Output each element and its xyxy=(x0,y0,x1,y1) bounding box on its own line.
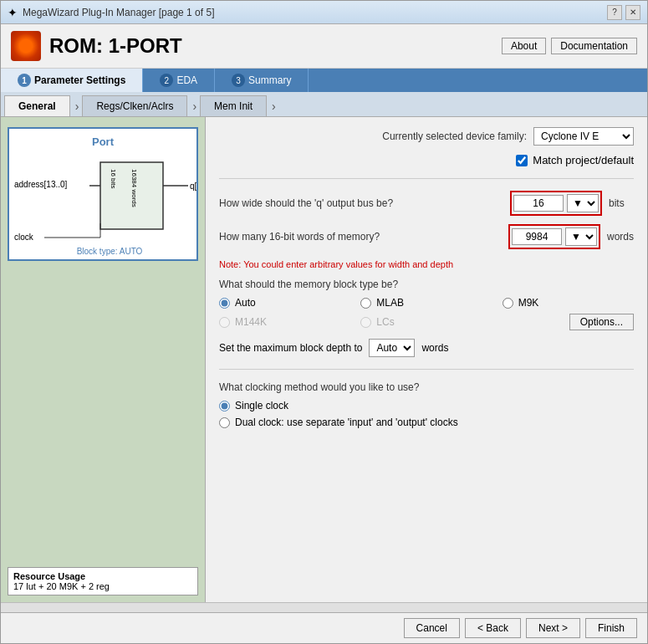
words-dropdown[interactable]: ▼ xyxy=(565,227,597,246)
tab-summary[interactable]: 3 Summary xyxy=(215,69,309,92)
svg-text:16384 words: 16384 words xyxy=(130,169,138,207)
radio-lcs-label: LCs xyxy=(376,316,394,328)
radio-single-clock-input[interactable] xyxy=(219,401,230,411)
horizontal-scrollbar[interactable] xyxy=(1,602,647,612)
subtab-arrow-1: › xyxy=(75,100,79,113)
footer-area: Cancel < Back Next > Finish xyxy=(1,612,647,643)
radio-m144k: M144K xyxy=(219,314,350,330)
block-type-label: Block type: AUTO xyxy=(16,247,203,256)
block-type-question: What should the memory block type be? xyxy=(219,279,634,290)
radio-auto-label: Auto xyxy=(235,297,256,309)
radio-m9k-input[interactable] xyxy=(503,298,513,309)
port-diagram: Port address[13..0] 16 bits 16384 words … xyxy=(8,127,198,261)
header-buttons: About Documentation xyxy=(502,38,637,54)
svg-text:16 bits: 16 bits xyxy=(110,169,117,189)
tab-number-2: 2 xyxy=(160,74,173,87)
max-depth-row: Set the maximum block depth to Auto word… xyxy=(219,339,634,357)
radio-mlab-input[interactable] xyxy=(360,298,371,309)
width-dropdown[interactable]: ▼ xyxy=(567,194,599,212)
rom-title: ROM: 1-PORT xyxy=(49,34,182,58)
tab-number-1: 1 xyxy=(18,74,31,87)
tab-parameter-settings[interactable]: 1 Parameter Settings xyxy=(1,69,143,92)
close-button[interactable]: ✕ xyxy=(625,5,640,20)
back-button[interactable]: < Back xyxy=(465,618,521,638)
radio-mlab-label: MLAB xyxy=(376,297,404,309)
width-unit: bits xyxy=(609,197,634,209)
finish-button[interactable]: Finish xyxy=(585,618,637,638)
address-label: address[13..0] xyxy=(14,180,68,189)
width-question: How wide should the 'q' output bus be? xyxy=(219,197,503,209)
next-button[interactable]: Next > xyxy=(526,618,580,638)
rom-icon xyxy=(11,31,41,61)
clock-options: Single clock Dual clock: use separate 'i… xyxy=(219,400,634,428)
radio-lcs: LCs xyxy=(360,314,492,330)
resource-title: Resource Usage xyxy=(13,571,192,581)
radio-single-clock-label: Single clock xyxy=(235,400,288,411)
subtab-general[interactable]: General xyxy=(4,95,70,116)
tabs-area: 1 Parameter Settings 2 EDA 3 Summary xyxy=(1,69,647,92)
device-family-select[interactable]: Cyclone IV E xyxy=(533,127,634,146)
width-control: ▼ xyxy=(510,191,602,216)
max-depth-unit: words xyxy=(421,342,448,354)
radio-auto: Auto xyxy=(219,297,350,309)
subtab-regs[interactable]: Regs/Clken/Aclrs xyxy=(82,95,187,116)
main-content: Port address[13..0] 16 bits 16384 words … xyxy=(1,117,647,602)
subtab-mem-init-label: Mem Init xyxy=(214,100,253,112)
options-button[interactable]: Options... xyxy=(569,314,634,330)
header-area: ROM: 1-PORT About Documentation xyxy=(1,24,647,69)
divider-1 xyxy=(219,178,634,179)
port-svg: address[13..0] 16 bits 16384 words q[15.… xyxy=(13,144,196,253)
width-input[interactable] xyxy=(513,195,564,212)
max-depth-select[interactable]: Auto xyxy=(369,339,415,357)
clock-question: What clocking method would you like to u… xyxy=(219,381,634,393)
documentation-button[interactable]: Documentation xyxy=(551,38,637,54)
radio-lcs-input xyxy=(360,317,371,328)
left-panel: Port address[13..0] 16 bits 16384 words … xyxy=(1,117,206,602)
width-question-row: How wide should the 'q' output bus be? ▼… xyxy=(219,191,634,216)
device-family-label: Currently selected device family: xyxy=(382,130,527,142)
cancel-button[interactable]: Cancel xyxy=(404,618,460,638)
title-controls: ? ✕ xyxy=(607,5,640,20)
radio-m144k-input xyxy=(219,317,230,328)
words-control: ▼ xyxy=(508,224,600,249)
words-unit: words xyxy=(607,231,634,243)
header-title: ROM: 1-PORT xyxy=(11,31,182,61)
subtab-mem-init[interactable]: Mem Init xyxy=(200,95,267,116)
right-panel: Currently selected device family: Cyclon… xyxy=(206,117,647,602)
help-button[interactable]: ? xyxy=(607,5,622,20)
radio-dual-clock-label: Dual clock: use separate 'input' and 'ou… xyxy=(235,417,458,428)
title-bar: ✦ MegaWizard Plug-In Manager [page 1 of … xyxy=(1,1,647,24)
radio-dual-clock-input[interactable] xyxy=(219,417,230,428)
words-question-row: How many 16-bit words of memory? ▼ words xyxy=(219,224,634,249)
note-text: Note: You could enter arbitrary values f… xyxy=(219,258,634,270)
tab-eda[interactable]: 2 EDA xyxy=(143,69,215,92)
subtab-general-label: General xyxy=(18,100,56,112)
tab-label-3: Summary xyxy=(248,74,291,86)
app-icon: ✦ xyxy=(8,6,18,19)
window-title: MegaWizard Plug-In Manager [page 1 of 5] xyxy=(23,7,214,18)
words-question: How many 16-bit words of memory? xyxy=(219,231,502,243)
clock-section: What clocking method would you like to u… xyxy=(219,381,634,428)
device-family-row: Currently selected device family: Cyclon… xyxy=(219,127,634,146)
match-checkbox[interactable] xyxy=(516,155,528,166)
radio-dual-clock: Dual clock: use separate 'input' and 'ou… xyxy=(219,417,634,428)
radio-m144k-label: M144K xyxy=(235,316,267,328)
subtab-regs-label: Regs/Clken/Aclrs xyxy=(96,100,173,112)
subtab-arrow-2: › xyxy=(192,100,196,113)
radio-auto-input[interactable] xyxy=(219,298,230,309)
tab-label-2: EDA xyxy=(176,74,197,86)
radio-m9k: M9K xyxy=(503,297,634,309)
radio-m9k-label: M9K xyxy=(518,297,539,309)
subtab-arrow-3: › xyxy=(272,100,276,113)
tab-number-3: 3 xyxy=(232,74,245,87)
match-label: Match project/default xyxy=(533,154,634,166)
resource-value: 17 lut + 20 M9K + 2 reg xyxy=(13,581,192,591)
radio-mlab: MLAB xyxy=(360,297,492,309)
note-content: Note: You could enter arbitrary values f… xyxy=(219,259,453,269)
words-input[interactable] xyxy=(512,228,562,245)
about-button[interactable]: About xyxy=(502,38,546,54)
match-row: Match project/default xyxy=(219,154,634,166)
block-type-section: What should the memory block type be? Au… xyxy=(219,279,634,330)
title-bar-left: ✦ MegaWizard Plug-In Manager [page 1 of … xyxy=(8,6,214,19)
block-type-radio-grid: Auto MLAB M9K M144K xyxy=(219,297,634,330)
